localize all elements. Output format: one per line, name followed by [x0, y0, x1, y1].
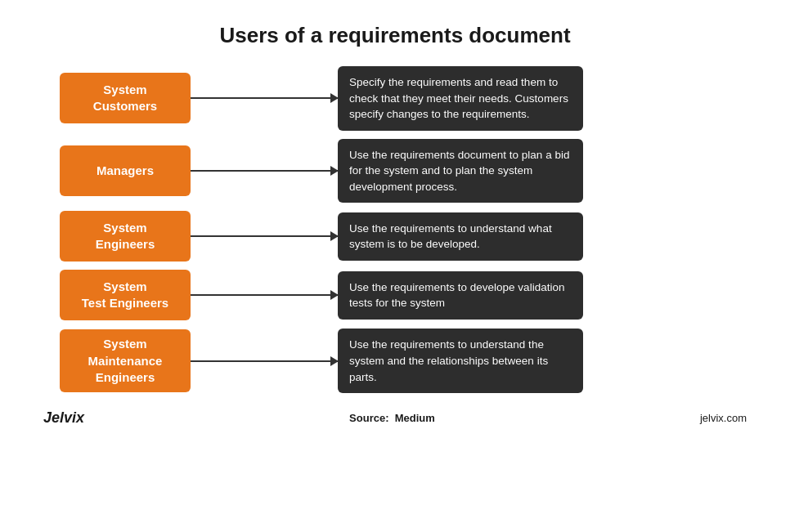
footer-url: jelvix.com [700, 412, 747, 424]
orange-box-system-customers: System Customers [60, 73, 191, 123]
row-system-test-engineers: System Test EngineersUse the requirement… [60, 270, 730, 320]
row-system-engineers: System EngineersUse the requirements to … [60, 211, 730, 262]
source-label: Source: [349, 412, 388, 424]
row-managers: ManagersUse the requirements document to… [60, 139, 730, 203]
page-title: Users of a requirements document [219, 23, 570, 48]
row-system-customers: System CustomersSpecify the requirements… [60, 66, 730, 131]
arrow-system-maintenance-engineers [191, 360, 338, 362]
dark-box-system-test-engineers: Use the requirements to develope validat… [338, 271, 583, 320]
orange-box-managers: Managers [60, 145, 191, 196]
row-system-maintenance-engineers: System Maintenance EngineersUse the requ… [60, 329, 730, 393]
dark-box-system-maintenance-engineers: Use the requirements to understand the s… [338, 329, 583, 393]
arrow-system-test-engineers [191, 294, 338, 296]
orange-box-system-engineers: System Engineers [60, 211, 191, 262]
orange-box-system-maintenance-engineers: System Maintenance Engineers [60, 329, 191, 392]
arrow-system-engineers [191, 235, 338, 237]
dark-box-managers: Use the requirements document to plan a … [338, 139, 583, 203]
arrow-system-customers [191, 97, 338, 99]
source-value: Medium [395, 412, 435, 424]
dark-box-system-engineers: Use the requirements to understand what … [338, 212, 583, 261]
brand-logo: Jelvix [43, 409, 84, 427]
footer-source: Source: Medium [349, 412, 435, 424]
dark-box-system-customers: Specify the requirements and read them t… [338, 66, 583, 131]
diagram-container: System CustomersSpecify the requirements… [60, 66, 730, 393]
orange-box-system-test-engineers: System Test Engineers [60, 270, 191, 320]
footer: Jelvix Source: Medium jelvix.com [35, 409, 755, 427]
arrow-managers [191, 170, 338, 172]
